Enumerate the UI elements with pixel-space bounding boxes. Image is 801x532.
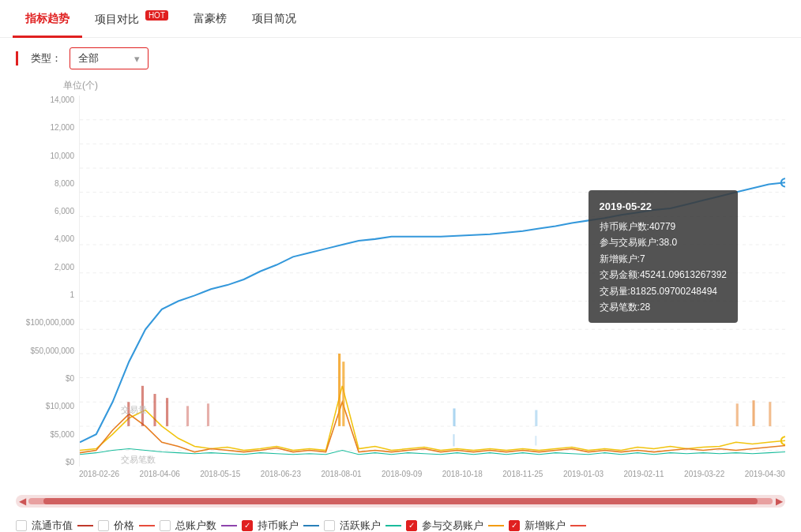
- legend-checkbox-market-cap[interactable]: [16, 520, 27, 531]
- svg-rect-24: [453, 408, 455, 425]
- legend-label-new-accounts: 新增账户: [525, 519, 566, 532]
- legend-checkbox-total-accounts[interactable]: [160, 520, 171, 531]
- legend-checkbox-trade-accounts[interactable]: [406, 520, 417, 531]
- svg-rect-21: [207, 403, 209, 426]
- tab-rich-list[interactable]: 富豪榜: [181, 1, 239, 37]
- svg-rect-27: [752, 400, 754, 426]
- legend-label-coin-accounts: 持币账户: [258, 519, 299, 532]
- type-dropdown[interactable]: 全部 ▾: [70, 47, 149, 69]
- y-axis: 14,000 12,000 10,000 8,000 6,000 4,000 2…: [16, 96, 79, 466]
- svg-rect-26: [736, 403, 739, 426]
- svg-rect-29: [453, 434, 454, 446]
- chevron-down-icon: ▾: [134, 53, 140, 65]
- legend-line-active-accounts: [385, 525, 401, 526]
- scroll-right-btn[interactable]: ▶: [773, 495, 785, 508]
- tab-project-overview[interactable]: 项目简况: [239, 1, 309, 37]
- svg-text:交易量: 交易量: [121, 405, 147, 414]
- chart-scrollbar[interactable]: ◀ ▶: [16, 495, 785, 508]
- filter-border: [16, 51, 18, 66]
- svg-rect-30: [535, 436, 536, 445]
- chart-container: 单位(个) 14,000 12,000 10,000 8,000 6,000 4…: [0, 79, 801, 490]
- legend-checkbox-new-accounts[interactable]: [509, 520, 520, 531]
- legend-checkbox-price[interactable]: [98, 520, 109, 531]
- filter-bar: 类型： 全部 ▾: [0, 38, 801, 79]
- chart-unit-label: 单位(个): [16, 79, 785, 92]
- svg-rect-22: [338, 354, 340, 426]
- tab-project-compare[interactable]: 项目对比 HOT: [82, 0, 181, 37]
- legend-label-price: 价格: [114, 519, 134, 532]
- chart-svg: 交易量 交易笔数 2019-05-22 持币账户数:40779 参与交易账户:3…: [79, 96, 785, 466]
- svg-rect-18: [153, 394, 156, 426]
- x-axis: 2018-02-26 2018-04-06 2018-05-15 2018-06…: [79, 466, 785, 490]
- legend-label-trade-accounts: 参与交易账户: [422, 519, 483, 532]
- legend-label-total-accounts: 总账户数: [175, 519, 216, 532]
- legend-row-1: 流通市值 价格 总账户数 持币账户 活跃账户 参与交易账户 新增账户: [16, 519, 785, 532]
- legend-line-market-cap: [77, 525, 93, 526]
- tab-indicator-trend[interactable]: 指标趋势: [13, 1, 82, 37]
- legend-line-total-accounts: [221, 525, 237, 526]
- svg-text:交易笔数: 交易笔数: [121, 455, 156, 464]
- scroll-left-btn[interactable]: ◀: [16, 495, 28, 508]
- legend-label-market-cap: 流通市值: [32, 519, 73, 532]
- nav-tabs: 指标趋势 项目对比 HOT 富豪榜 项目简况: [0, 0, 801, 38]
- legend-checkbox-active-accounts[interactable]: [324, 520, 335, 531]
- svg-rect-25: [535, 410, 537, 425]
- svg-rect-19: [166, 398, 168, 426]
- legend-label-active-accounts: 活跃账户: [340, 519, 381, 532]
- legend-checkbox-coin-accounts[interactable]: [242, 520, 253, 531]
- legend-line-new-accounts: [570, 525, 586, 526]
- legend-line-price: [139, 525, 155, 526]
- hot-badge: HOT: [145, 10, 168, 21]
- scrollbar-thumb[interactable]: [43, 498, 758, 504]
- svg-rect-28: [769, 402, 771, 426]
- dropdown-value: 全部: [78, 51, 99, 66]
- filter-type-label: 类型：: [31, 51, 62, 66]
- legend-line-trade-accounts: [488, 525, 504, 526]
- legend-area: 流通市值 价格 总账户数 持币账户 活跃账户 参与交易账户 新增账户 唤醒账户: [0, 512, 801, 532]
- legend-line-coin-accounts: [303, 525, 319, 526]
- chart-area: 14,000 12,000 10,000 8,000 6,000 4,000 2…: [16, 96, 785, 490]
- svg-rect-20: [186, 406, 189, 426]
- svg-rect-23: [342, 362, 344, 426]
